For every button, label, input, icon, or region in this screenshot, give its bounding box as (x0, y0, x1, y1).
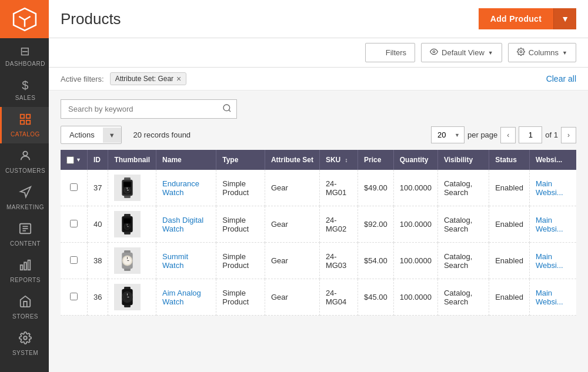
th-status: Status (489, 150, 530, 170)
row-checkbox[interactable] (70, 256, 78, 264)
sidebar-item-dashboard-label: DASHBOARD (5, 61, 45, 67)
row-attribute-set: Gear (265, 279, 319, 316)
row-visibility: Catalog, Search (437, 279, 489, 316)
search-input[interactable] (61, 99, 237, 119)
system-icon (19, 331, 32, 347)
customers-icon (19, 149, 32, 165)
row-quantity: 100.0000 (393, 206, 437, 243)
filter-icon (374, 48, 382, 58)
svg-rect-4 (26, 120, 30, 124)
row-thumbnail (108, 243, 156, 279)
filters-button[interactable]: Filters (365, 43, 415, 62)
svg-rect-12 (24, 262, 26, 270)
row-visibility: Catalog, Search (437, 206, 489, 243)
row-sku: 24-MG02 (319, 206, 358, 243)
logo[interactable] (0, 0, 49, 38)
row-name[interactable]: Endurance Watch (156, 170, 216, 206)
row-name[interactable]: Aim Analog Watch (156, 279, 216, 316)
th-checkbox: ▼ (61, 150, 87, 170)
row-type: Simple Product (216, 206, 265, 243)
row-price: $92.00 (358, 206, 393, 243)
th-websites: Websi... (529, 150, 576, 170)
reports-icon (19, 259, 32, 274)
row-checkbox-cell (61, 279, 87, 316)
row-websites[interactable]: Main Websi... (529, 206, 576, 243)
svg-point-15 (433, 51, 435, 53)
sidebar-item-catalog[interactable]: CATALOG (0, 107, 49, 143)
per-page-select[interactable]: 20 30 50 (431, 126, 465, 143)
row-websites[interactable]: Main Websi... (529, 279, 576, 316)
th-price: Price (358, 150, 393, 170)
select-all-checkbox[interactable] (66, 156, 74, 164)
row-thumbnail (108, 170, 156, 206)
row-id: 38 (87, 243, 108, 279)
next-page-button[interactable]: › (561, 127, 576, 143)
svg-rect-5 (21, 120, 24, 124)
row-name[interactable]: Summit Watch (156, 243, 216, 279)
search-actions-row (61, 99, 576, 119)
checkbox-dropdown-icon[interactable]: ▼ (76, 157, 81, 163)
actions-dropdown-button[interactable]: ▼ (103, 128, 121, 143)
sidebar-item-system-label: SYSTEM (12, 350, 38, 356)
dashboard-icon: ⊟ (20, 44, 31, 58)
svg-rect-3 (26, 115, 30, 118)
svg-line-18 (229, 110, 230, 112)
product-thumbnail (114, 284, 141, 310)
default-view-label: Default View (442, 48, 485, 57)
table-row: 37 Endurance Watch Simple Product Gear 2… (61, 170, 576, 206)
sidebar-item-content-label: CONTENT (10, 240, 41, 247)
stores-icon (19, 295, 32, 311)
sidebar-item-system[interactable]: SYSTEM (0, 326, 49, 362)
svg-point-14 (24, 336, 27, 340)
sidebar-item-customers[interactable]: CUSTOMERS (0, 143, 49, 180)
product-thumbnail (114, 247, 141, 274)
header-actions: Add Product ▼ (479, 8, 576, 29)
actions-main-button[interactable]: Actions (61, 126, 103, 143)
clear-all-link[interactable]: Clear all (546, 74, 576, 83)
sidebar-item-stores[interactable]: STORES (0, 289, 49, 326)
eye-icon (430, 48, 438, 58)
row-id: 36 (87, 279, 108, 316)
per-page-label: per page (467, 130, 497, 139)
search-button[interactable] (216, 99, 237, 119)
svg-point-17 (223, 105, 230, 111)
row-checkbox-cell (61, 170, 87, 206)
default-view-button[interactable]: Default View ▼ (421, 43, 502, 62)
row-websites[interactable]: Main Websi... (529, 243, 576, 279)
table-header: ▼ ID Thumbnail Name Type Attribute Set S… (61, 150, 576, 170)
page-input[interactable] (519, 126, 542, 143)
filter-tag-attribute-set: Attribute Set: Gear × (110, 72, 187, 85)
product-thumbnail (114, 175, 141, 201)
row-name[interactable]: Dash Digital Watch (156, 206, 216, 243)
row-checkbox[interactable] (70, 183, 78, 191)
sidebar-item-stores-label: STORES (12, 313, 38, 320)
th-sku[interactable]: SKU ↕ (319, 150, 358, 170)
prev-page-button[interactable]: ‹ (500, 127, 516, 143)
content-icon (19, 222, 32, 238)
row-status: Enabled (489, 279, 530, 316)
filter-tag-remove[interactable]: × (176, 75, 181, 83)
sidebar-item-dashboard[interactable]: ⊟ DASHBOARD (0, 38, 49, 73)
row-type: Simple Product (216, 170, 265, 206)
sidebar-item-reports[interactable]: REPORTS (0, 253, 49, 289)
product-thumbnail (114, 211, 141, 237)
header-row: ▼ ID Thumbnail Name Type Attribute Set S… (61, 150, 576, 170)
th-quantity: Quantity (393, 150, 437, 170)
add-product-button[interactable]: Add Product (479, 8, 553, 29)
row-status: Enabled (489, 206, 530, 243)
add-product-dropdown-button[interactable]: ▼ (553, 8, 576, 29)
row-websites[interactable]: Main Websi... (529, 170, 576, 206)
table-row: 36 Aim Analog Watch Simple Product Gear … (61, 279, 576, 316)
th-visibility: Visibility (437, 150, 489, 170)
sidebar-item-catalog-label: CATALOG (11, 131, 40, 138)
sidebar-item-content[interactable]: CONTENT (0, 216, 49, 253)
content-area: Actions ▼ 20 records found 20 30 50 per … (49, 91, 588, 372)
columns-button[interactable]: Columns ▼ (508, 43, 576, 62)
row-checkbox[interactable] (70, 293, 78, 300)
sidebar-item-sales[interactable]: $ SALES (0, 73, 49, 107)
row-checkbox[interactable] (70, 220, 78, 227)
sidebar-item-marketing[interactable]: MARKETING (0, 180, 49, 216)
row-checkbox-cell (61, 206, 87, 243)
row-type: Simple Product (216, 243, 265, 279)
th-thumbnail: Thumbnail (108, 150, 156, 170)
